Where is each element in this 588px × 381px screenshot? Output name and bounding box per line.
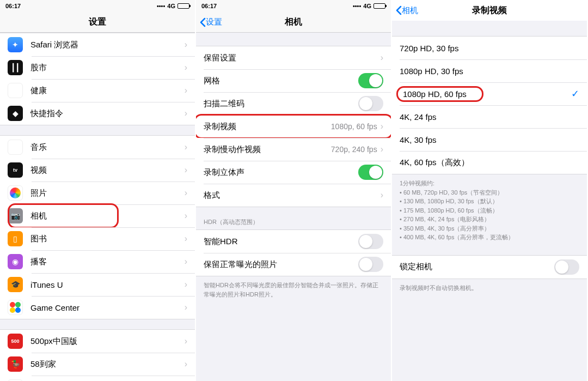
row-label: 照片 (30, 188, 185, 198)
toggle-grid[interactable] (358, 73, 383, 88)
row-books[interactable]: ▯ 图书 › (0, 227, 195, 250)
settings-screen: 06:17 •••• 4G 设置 ✦ Safari 浏览器 › ┃┃ 股市 › … (0, 0, 196, 381)
nav-header: 相机 录制视频 (392, 0, 587, 21)
row-smart-hdr[interactable]: 智能HDR (196, 230, 391, 253)
footer-line: • 60 MB, 720p HD, 30 fps（节省空间） (400, 188, 579, 197)
chevron-icon: › (381, 53, 383, 63)
option-1080p-60[interactable]: 1080p HD, 60 fps ✓ (392, 82, 587, 105)
toggle-stereo[interactable] (358, 165, 383, 180)
row-keep-normal[interactable]: 保留正常曝光的照片 (196, 253, 391, 276)
row-camera[interactable]: 📷 相机 › (0, 204, 195, 227)
back-button[interactable]: 设置 (199, 12, 222, 32)
footer-line: • 350 MB, 4K, 30 fps（高分辨率） (400, 224, 579, 233)
option-4k-60[interactable]: 4K, 60 fps（高效） (392, 151, 587, 174)
camera-icon: 📷 (8, 208, 23, 223)
footer-line: 1分钟视频约: (400, 179, 579, 188)
toggle-lock-camera[interactable] (554, 259, 579, 275)
stocks-icon: ┃┃ (8, 60, 23, 75)
record-video-list[interactable]: 720p HD, 30 fps 1080p HD, 30 fps 1080p H… (392, 21, 587, 381)
row-label: 健康 (30, 86, 185, 96)
toggle-keep-normal[interactable] (358, 257, 383, 272)
lock-footer: 录制视频时不自动切换相机。 (392, 279, 587, 296)
hdr-section-header: HDR（高动态范围） (196, 207, 391, 229)
row-label: 录制慢动作视频 (204, 144, 331, 155)
toggle-qr[interactable] (358, 96, 383, 111)
back-label: 相机 (402, 5, 418, 16)
chevron-icon: › (185, 86, 187, 95)
hdr-footer: 智能HDR会将不同曝光度的最佳部分智能合并成一张照片。存储正常曝光的照片和HDR… (196, 276, 391, 302)
option-label: 4K, 24 fps (400, 112, 579, 122)
status-net: 4G (363, 3, 371, 9)
row-58[interactable]: 🦆 58到家 › (0, 353, 195, 376)
row-value: 720p, 240 fps (331, 145, 377, 154)
row-stereo[interactable]: 录制立体声 (196, 161, 391, 184)
row-music[interactable]: ♪ 音乐 › (0, 136, 195, 159)
row-format[interactable]: 格式 › (196, 184, 391, 207)
nav-header: 设置 相机 (196, 12, 391, 33)
back-button[interactable]: 相机 (395, 0, 418, 21)
chevron-icon: › (185, 280, 187, 289)
footer-line: • 400 MB, 4K, 60 fps（高分辨率，更流畅） (400, 233, 579, 242)
row-health[interactable]: ♥ 健康 › (0, 79, 195, 102)
record-video-screen: 相机 录制视频 720p HD, 30 fps 1080p HD, 30 fps… (392, 0, 588, 381)
row-label: 58到家 (30, 359, 185, 370)
camera-settings-list[interactable]: 保留设置 › 网格 扫描二维码 录制视频 1080p, 60 fps › 录制慢… (196, 33, 391, 381)
option-720p-30[interactable]: 720p HD, 30 fps (392, 37, 587, 59)
row-label: 500px中国版 (30, 336, 185, 347)
photos-icon (8, 185, 23, 201)
podcast-icon: ◉ (8, 254, 23, 269)
row-gamecenter[interactable]: Game Center › (0, 296, 195, 319)
footer-line: • 130 MB, 1080p HD, 30 fps（默认） (400, 197, 579, 206)
row-label: Safari 浏览器 (30, 40, 185, 50)
books-icon: ▯ (8, 231, 23, 246)
itunesu-icon: 🎓 (8, 277, 23, 292)
gamecenter-icon (8, 300, 23, 315)
safari-icon: ✦ (8, 37, 23, 52)
row-photos[interactable]: 照片 › (0, 182, 195, 204)
row-video[interactable]: tv 视频 › (0, 159, 195, 182)
row-grid[interactable]: 网格 (196, 69, 391, 92)
row-record-slomo[interactable]: 录制慢动作视频 720p, 240 fps › (196, 138, 391, 161)
toggle-smart-hdr[interactable] (358, 234, 383, 249)
chevron-icon: › (185, 165, 187, 175)
status-bar: 06:17 •••• 4G (196, 0, 391, 12)
status-time: 06:17 (201, 3, 217, 9)
row-label: 股市 (30, 63, 185, 73)
row-record-video[interactable]: 录制视频 1080p, 60 fps › (196, 115, 391, 138)
chevron-icon: › (185, 40, 187, 50)
row-lock-camera[interactable]: 锁定相机 (392, 256, 587, 279)
row-baidumap[interactable]: 📍 百度地图 › (0, 376, 195, 381)
chevron-icon: › (185, 359, 187, 369)
status-signal: •••• (353, 3, 361, 9)
row-label: 快捷指令 (30, 108, 185, 119)
option-1080p-30[interactable]: 1080p HD, 30 fps (392, 59, 587, 82)
row-500px[interactable]: 500 500px中国版 › (0, 330, 195, 353)
chevron-icon: › (381, 144, 383, 154)
music-icon: ♪ (8, 140, 23, 155)
chevron-icon: › (185, 142, 187, 152)
row-label: 网格 (204, 76, 358, 86)
row-label: 录制立体声 (204, 167, 358, 178)
option-label: 4K, 30 fps (400, 135, 579, 144)
page-title: 相机 (285, 16, 302, 28)
back-label: 设置 (206, 17, 222, 27)
option-4k-24[interactable]: 4K, 24 fps (392, 105, 587, 128)
option-label: 1080p HD, 60 fps (400, 88, 571, 100)
settings-list[interactable]: ✦ Safari 浏览器 › ┃┃ 股市 › ♥ 健康 › ◆ 快捷指令 › (0, 33, 195, 381)
row-label: 保留正常曝光的照片 (204, 259, 358, 270)
row-shortcuts[interactable]: ◆ 快捷指令 › (0, 102, 195, 125)
row-label: 扫描二维码 (204, 99, 358, 109)
chevron-icon: › (185, 257, 187, 267)
row-podcast[interactable]: ◉ 播客 › (0, 250, 195, 273)
row-itunesu[interactable]: 🎓 iTunes U › (0, 273, 195, 296)
chevron-icon: › (185, 188, 187, 198)
row-label: 锁定相机 (400, 262, 554, 272)
nav-header: 设置 (0, 12, 195, 33)
chevron-left-icon (395, 5, 402, 15)
row-scan-qr[interactable]: 扫描二维码 (196, 92, 391, 115)
option-4k-30[interactable]: 4K, 30 fps (392, 128, 587, 151)
battery-icon (177, 3, 189, 9)
row-safari[interactable]: ✦ Safari 浏览器 › (0, 33, 195, 56)
row-preserve-settings[interactable]: 保留设置 › (196, 46, 391, 69)
row-stocks[interactable]: ┃┃ 股市 › (0, 56, 195, 79)
